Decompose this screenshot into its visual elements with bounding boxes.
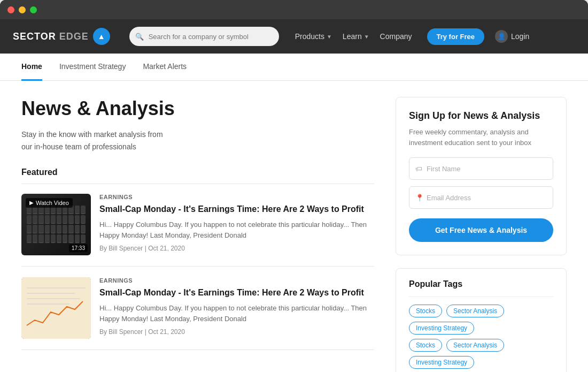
article-card: ▶ Watch Video 17:33 EARNINGS Small-Cap M… bbox=[21, 194, 374, 267]
signup-title: Sign Up for News & Analysis bbox=[409, 110, 553, 122]
article-excerpt: Hi... Happy Columbus Day. If you happen … bbox=[99, 219, 374, 240]
video-duration: 17:33 bbox=[69, 244, 88, 252]
play-icon: ▶ bbox=[29, 200, 34, 206]
signup-button[interactable]: Get Free News & Analysis bbox=[409, 218, 553, 242]
tab-home[interactable]: Home bbox=[21, 54, 42, 81]
close-button[interactable] bbox=[7, 6, 14, 13]
left-column: News & Analysis Stay in the know with ma… bbox=[21, 97, 374, 372]
flag-icon: 🏷 bbox=[415, 165, 422, 173]
article-title[interactable]: Small-Cap Monday - It's Earnings Time: H… bbox=[99, 203, 374, 215]
nav-links: Products ▼ Learn ▼ Company bbox=[295, 32, 412, 41]
article-meta: By Bill Spencer | Oct 21, 2020 bbox=[99, 245, 374, 252]
email-icon: 📍 bbox=[415, 194, 424, 202]
title-bar bbox=[0, 0, 588, 19]
email-input[interactable] bbox=[409, 186, 553, 209]
article-info: EARNINGS Small-Cap Monday - It's Earning… bbox=[99, 277, 374, 339]
search-input[interactable] bbox=[129, 27, 279, 46]
page-layout: News & Analysis Stay in the know with ma… bbox=[0, 81, 588, 372]
article-card: EARNINGS Small-Cap Monday - It's Earning… bbox=[21, 277, 374, 350]
tag-sector-analysis-1[interactable]: Sector Analysis bbox=[446, 305, 504, 317]
signup-description: Free weekly commentary, analysis and inv… bbox=[409, 127, 553, 148]
popular-tags-section: Popular Tags Stocks Sector Analysis Inve… bbox=[396, 268, 567, 372]
logo-text: SECTOR EDGE bbox=[13, 31, 89, 42]
right-column: Sign Up for News & Analysis Free weekly … bbox=[396, 97, 567, 372]
first-name-input-wrap: 🏷 bbox=[409, 157, 553, 180]
chevron-down-icon: ▼ bbox=[327, 34, 332, 40]
chevron-down-icon: ▼ bbox=[364, 34, 369, 40]
popular-tags-title: Popular Tags bbox=[409, 279, 553, 289]
navbar: SECTOR EDGE ▲ 🔍 Products ▼ Learn ▼ Compa… bbox=[0, 19, 588, 54]
featured-heading: Featured bbox=[21, 168, 374, 177]
article-meta: By Bill Spencer | Oct 21, 2020 bbox=[99, 328, 374, 336]
login-button[interactable]: 👤 Login bbox=[495, 30, 529, 43]
company-link[interactable]: Company bbox=[380, 32, 412, 41]
learn-menu[interactable]: Learn ▼ bbox=[343, 32, 369, 41]
tags-row: Stocks Sector Analysis Investing Strateg… bbox=[409, 339, 553, 369]
article-excerpt: Hi... Happy Columbus Day. If you happen … bbox=[99, 303, 374, 324]
products-menu[interactable]: Products ▼ bbox=[295, 32, 332, 41]
page-title: News & Analysis bbox=[21, 97, 374, 120]
logo[interactable]: SECTOR EDGE ▲ bbox=[13, 28, 110, 45]
tag-stocks-1[interactable]: Stocks bbox=[409, 305, 442, 317]
search-icon: 🔍 bbox=[135, 33, 144, 41]
chart-svg bbox=[21, 277, 91, 339]
tag-investing-strategy-1[interactable]: Investing Strategy bbox=[409, 322, 474, 335]
first-name-input[interactable] bbox=[409, 157, 553, 180]
page-subtitle: Stay in the know with market analysis fr… bbox=[21, 128, 374, 153]
watch-video-overlay[interactable]: ▶ Watch Video bbox=[26, 198, 73, 208]
signup-box: Sign Up for News & Analysis Free weekly … bbox=[396, 97, 567, 255]
tags-grid: Stocks Sector Analysis Investing Strateg… bbox=[409, 305, 553, 372]
tab-market-alerts[interactable]: Market Alerts bbox=[143, 54, 187, 81]
tabs-bar: Home Investment Strategy Market Alerts bbox=[0, 54, 588, 81]
chart-thumbnail-image bbox=[21, 277, 91, 339]
tag-investing-strategy-2[interactable]: Investing Strategy bbox=[409, 356, 474, 369]
maximize-button[interactable] bbox=[30, 6, 37, 13]
article-thumbnail[interactable]: ▶ Watch Video 17:33 bbox=[21, 194, 91, 255]
tags-row: Stocks Sector Analysis Investing Strateg… bbox=[409, 305, 553, 335]
article-category: EARNINGS bbox=[99, 277, 374, 284]
tag-sector-analysis-2[interactable]: Sector Analysis bbox=[446, 339, 504, 352]
article-info: EARNINGS Small-Cap Monday - It's Earning… bbox=[99, 194, 374, 255]
article-category: EARNINGS bbox=[99, 194, 374, 200]
search-bar: 🔍 bbox=[129, 27, 279, 46]
try-free-button[interactable]: Try for Free bbox=[427, 28, 485, 45]
main-content: Home Investment Strategy Market Alerts N… bbox=[0, 54, 588, 372]
minimize-button[interactable] bbox=[19, 6, 26, 13]
article-thumbnail[interactable] bbox=[21, 277, 91, 339]
user-icon: 👤 bbox=[495, 30, 508, 43]
tag-stocks-2[interactable]: Stocks bbox=[409, 339, 442, 352]
email-input-wrap: 📍 bbox=[409, 186, 553, 209]
tab-investment-strategy[interactable]: Investment Strategy bbox=[59, 54, 126, 81]
article-title[interactable]: Small-Cap Monday - It's Earnings Time: H… bbox=[99, 287, 374, 299]
keyboard-graphic bbox=[27, 206, 86, 243]
logo-icon: ▲ bbox=[93, 28, 110, 45]
svg-rect-0 bbox=[21, 277, 91, 339]
